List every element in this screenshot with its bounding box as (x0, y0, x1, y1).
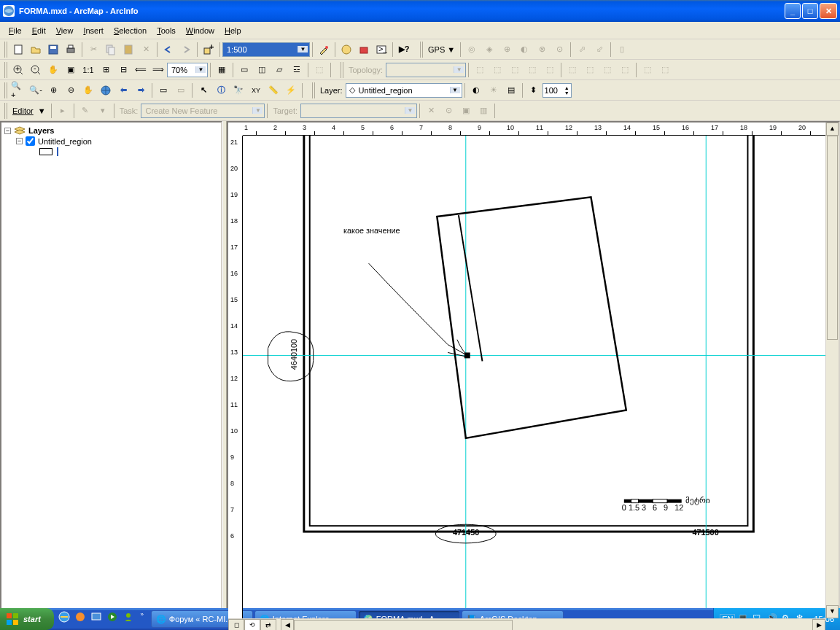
layer-visibility-checkbox[interactable] (26, 136, 35, 146)
minimize-button[interactable]: _ (785, 3, 801, 19)
fixed-zoom-out-button[interactable]: ⊟ (115, 62, 131, 78)
add-data-button[interactable]: + (201, 42, 217, 58)
layer-name[interactable]: Untitled_region (38, 137, 92, 146)
forward-extent-button[interactable]: ➡ (133, 82, 149, 98)
swipe-button[interactable]: ⬍ (526, 82, 542, 98)
toolbar-grip[interactable] (4, 82, 8, 98)
toolbar-grip[interactable] (4, 42, 8, 58)
new-button[interactable] (10, 42, 26, 58)
data-driven-button[interactable]: ☲ (289, 62, 305, 78)
zoom-whole-page-button[interactable]: ▣ (63, 62, 79, 78)
select-elements-button[interactable]: ↖ (195, 82, 211, 98)
fixed-zoomin-button[interactable]: ⊕ (45, 82, 61, 98)
transparency-button[interactable]: ▤ (503, 82, 519, 98)
toolbar-grip[interactable] (4, 62, 8, 78)
symbol-swatch[interactable] (39, 148, 52, 155)
print-button[interactable] (63, 42, 79, 58)
tree-collapse-icon[interactable]: − (16, 138, 23, 144)
measure-button[interactable]: 📏 (265, 82, 281, 98)
menu-help[interactable]: Help (220, 25, 246, 36)
close-button[interactable]: ✕ (820, 3, 837, 19)
zoom-percent-combo[interactable]: 70%▼ (167, 63, 208, 77)
menu-tools[interactable]: Tools (152, 25, 180, 36)
tree-collapse-icon[interactable]: − (4, 128, 11, 134)
change-layout-button[interactable]: ▱ (271, 62, 287, 78)
player-icon[interactable] (106, 611, 121, 627)
quick-launch-expand[interactable]: » (139, 611, 146, 627)
vertical-scrollbar[interactable]: ▲ ▼ (825, 122, 839, 618)
hyperlink-button[interactable]: ⚡ (283, 82, 299, 98)
whats-this-button[interactable]: ▶? (396, 42, 412, 58)
maximize-button[interactable]: □ (802, 3, 818, 19)
horizontal-scrollbar[interactable]: ◻ ⟲ ⇄ ◀ ▶ (228, 618, 825, 630)
zoom-100-button[interactable]: 1:1 (80, 62, 96, 78)
open-button[interactable] (28, 42, 44, 58)
arctoolbox-button[interactable] (356, 42, 372, 58)
pan-layout-button[interactable]: ✋ (45, 62, 61, 78)
scale-combo[interactable]: 1:500▼ (222, 42, 310, 57)
menu-window[interactable]: Window (182, 25, 219, 36)
map-canvas[interactable]: какое значение 4640100 471450 471500 0 1… (243, 136, 825, 618)
zoom-in-button[interactable]: 🔍+ (10, 82, 26, 98)
goto-xy-button[interactable]: XY (248, 82, 264, 98)
layer-combo[interactable]: ◇Untitled_region▼ (346, 83, 462, 98)
windows-logo-icon (6, 612, 19, 626)
scroll-left-button[interactable]: ◀ (281, 619, 294, 630)
desktop-icon[interactable] (90, 611, 105, 627)
scroll-up-button[interactable]: ▲ (826, 122, 839, 136)
focus-data-frame-button2[interactable]: ◫ (254, 62, 270, 78)
menu-file[interactable]: File (4, 25, 26, 36)
gps-menu[interactable]: GPS ▼ (425, 45, 458, 54)
media-icon[interactable] (74, 611, 89, 627)
coord-x1-label: 471450 (453, 528, 479, 537)
fixed-zoomout-button[interactable]: ⊖ (63, 82, 79, 98)
forward-layout-button[interactable]: ⟹ (150, 62, 166, 78)
scroll-thumb[interactable] (827, 136, 838, 340)
contrast-button[interactable]: ◐ (468, 82, 484, 98)
arccatalog-button[interactable] (338, 42, 354, 58)
toolbar-grip[interactable] (341, 62, 344, 78)
toggle-draft-button[interactable]: ▦ (214, 62, 230, 78)
editor-menu[interactable]: Editor ▼ (9, 106, 49, 115)
toolbar-grip[interactable] (4, 103, 8, 119)
scroll-thumb-h[interactable] (294, 620, 513, 630)
refresh-view-button[interactable]: ⇄ (260, 619, 276, 630)
svg-text:+: + (15, 64, 20, 73)
select-features-button[interactable]: ▭ (155, 82, 171, 98)
ie-icon[interactable] (58, 611, 73, 627)
svg-rect-41 (13, 620, 18, 625)
back-layout-button[interactable]: ⟸ (133, 62, 149, 78)
menu-insert[interactable]: Insert (79, 25, 108, 36)
transparency-spinner[interactable]: 100▲▼ (542, 83, 572, 98)
editor-toolbar-button[interactable] (316, 42, 332, 58)
zoom-out-layout-button[interactable]: - (28, 62, 44, 78)
layout-view[interactable]: 1234567891011121314151617181920 21201918… (227, 121, 840, 630)
undo-button[interactable] (160, 42, 176, 58)
identify-button[interactable]: ⓘ (213, 82, 229, 98)
start-button[interactable]: start (0, 608, 54, 630)
menu-selection[interactable]: Selection (109, 25, 151, 36)
find-button[interactable]: 🔭 (230, 82, 246, 98)
data-view-button[interactable]: ◻ (228, 619, 244, 630)
data-frame-label[interactable]: Layers (28, 126, 54, 135)
focus-data-frame-button[interactable]: ▭ (236, 62, 252, 78)
messenger-icon[interactable] (122, 611, 137, 627)
full-extent-button[interactable] (98, 82, 114, 98)
pan-button[interactable]: ✋ (80, 82, 96, 98)
save-button[interactable] (45, 42, 61, 58)
scroll-right-button[interactable]: ▶ (812, 619, 825, 630)
menu-view[interactable]: View (52, 25, 78, 36)
scroll-down-button[interactable]: ▼ (826, 605, 839, 618)
toolbar-grip[interactable] (312, 82, 316, 98)
svg-rect-44 (92, 613, 101, 620)
zoom-in-layout-button[interactable]: + (10, 62, 26, 78)
command-line-button[interactable]: >_ (373, 42, 389, 58)
zoom-out-button[interactable]: 🔍- (28, 82, 44, 98)
title-bar: FORMA.mxd - ArcMap - ArcInfo _ □ ✕ (0, 0, 840, 22)
fixed-zoom-in-button[interactable]: ⊞ (98, 62, 114, 78)
layout-view-button[interactable]: ⟲ (244, 619, 260, 630)
menu-edit[interactable]: Edit (28, 25, 50, 36)
back-extent-button[interactable]: ⬅ (115, 82, 131, 98)
layers-icon (14, 126, 26, 135)
toolbar-grip[interactable] (420, 42, 424, 58)
